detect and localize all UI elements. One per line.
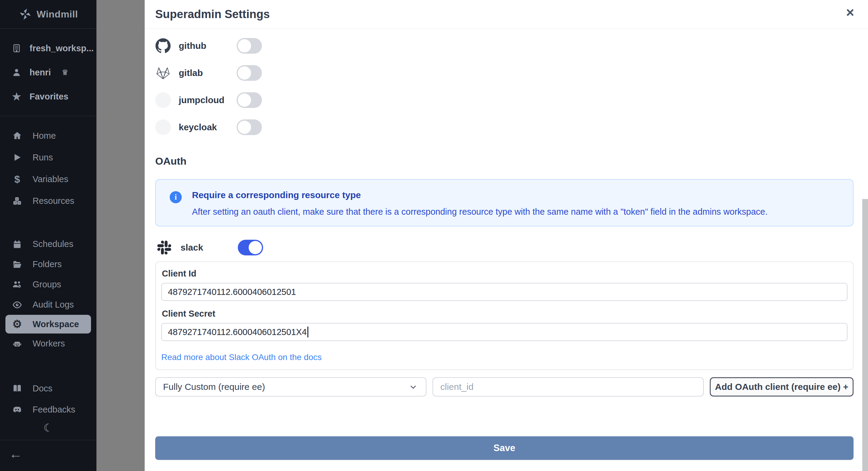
dollar-icon: $ [12, 174, 22, 184]
info-body: After setting an oauth client, make sure… [192, 207, 768, 217]
provider-row-github: github [155, 32, 854, 59]
text-cursor [307, 327, 308, 337]
github-toggle[interactable] [237, 38, 262, 54]
provider-label: jumpcloud [179, 95, 237, 105]
calendar-icon [12, 239, 22, 249]
page-title: Superadmin Settings [155, 8, 270, 21]
nav-label: Groups [33, 279, 61, 290]
sidebar-item-folders[interactable]: Folders [0, 254, 96, 274]
provider-label: github [179, 41, 237, 51]
sidebar-item-docs[interactable]: Docs [0, 378, 96, 399]
workspace-selector[interactable]: fresh_worksp... [0, 36, 96, 60]
nav-label: Variables [33, 174, 68, 184]
superadmin-settings-modal: Superadmin Settings × github [145, 0, 868, 471]
nav-label: Folders [33, 259, 62, 269]
gitlab-toggle[interactable] [237, 65, 262, 81]
info-banner: i Require a corresponding resource type … [155, 179, 854, 227]
discord-icon [12, 404, 22, 415]
info-icon: i [170, 191, 182, 203]
jumpcloud-icon [155, 92, 171, 108]
user-icon [11, 67, 22, 78]
nav-label: Workspace [33, 319, 79, 329]
vertical-scrollbar-thumb[interactable] [862, 199, 868, 471]
folder-icon [12, 259, 22, 270]
sidebar-item-resources[interactable]: Resources [0, 190, 96, 212]
oauth-client-type-select[interactable]: Fully Custom (require ee) [155, 377, 427, 396]
jumpcloud-toggle[interactable] [237, 92, 262, 108]
app-title: Windmill [36, 9, 78, 20]
keycloak-toggle[interactable] [237, 119, 262, 135]
provider-row-slack: slack [155, 238, 854, 257]
cubes-icon [12, 196, 22, 206]
slack-toggle[interactable] [238, 240, 263, 256]
info-title: Require a corresponding resource type [192, 190, 768, 200]
provider-label: gitlab [179, 68, 237, 78]
chevron-down-icon [409, 383, 417, 391]
close-icon[interactable]: × [846, 5, 854, 19]
building-icon [11, 43, 22, 53]
nav-label: Workers [33, 338, 65, 349]
sidebar-item-home[interactable]: Home [0, 125, 96, 147]
provider-label: keycloak [179, 122, 237, 133]
client-secret-input[interactable]: 4879271740112.6000406012501X4 [161, 323, 847, 341]
slack-client-card: Client Id Client Secret 4879271740112.60… [155, 261, 854, 370]
sidebar-divider [0, 116, 96, 116]
nav-label: Audit Logs [33, 300, 74, 310]
star-icon: ★ [11, 91, 22, 101]
app-logo[interactable]: Windmill [0, 0, 96, 29]
collapse-sidebar-button[interactable]: ← [9, 447, 22, 461]
gear-icon: ⚙ [12, 319, 22, 329]
save-button[interactable]: Save [155, 436, 854, 460]
provider-row-gitlab: gitlab [155, 59, 854, 87]
sidebar-item-workspace[interactable]: ⚙ Workspace [5, 315, 91, 333]
robot-icon [12, 338, 22, 349]
sidebar-item-favorites[interactable]: ★ Favorites [0, 84, 96, 109]
sidebar-item-groups[interactable]: Groups [0, 274, 96, 295]
superadmin-crown-icon: ♛ [62, 68, 68, 77]
sidebar-item-workers[interactable]: Workers [0, 333, 96, 354]
nav-label: Schedules [33, 239, 73, 249]
add-oauth-client-button[interactable]: Add OAuth client (require ee) + [710, 377, 854, 396]
provider-row-jumpcloud: jumpcloud [155, 87, 854, 114]
sidebar-item-audit-logs[interactable]: Audit Logs [0, 295, 96, 315]
sidebar: Windmill fresh_worksp... [0, 0, 96, 471]
provider-row-keycloak: keycloak [155, 114, 854, 141]
client-id-label: Client Id [161, 269, 847, 278]
oauth-section-heading: OAuth [155, 155, 854, 167]
nav-label: Feedbacks [33, 405, 75, 415]
nav-label: Docs [33, 384, 53, 393]
user-menu[interactable]: henri ♛ [0, 60, 96, 84]
nav-label: Home [33, 131, 56, 141]
slack-oauth-docs-link[interactable]: Read more about Slack OAuth on the docs [161, 353, 321, 362]
sidebar-item-schedules[interactable]: Schedules [0, 234, 96, 254]
book-icon [12, 383, 22, 393]
keycloak-icon [155, 119, 171, 135]
user-name: henri [30, 67, 51, 78]
selected-option: Fully Custom (require ee) [163, 382, 265, 392]
nav-label: Resources [33, 196, 74, 206]
slack-icon [157, 240, 172, 255]
favorites-label: Favorites [30, 92, 68, 101]
home-icon [12, 130, 22, 141]
sidebar-item-runs[interactable]: Runs [0, 147, 96, 168]
users-icon [12, 279, 22, 290]
custom-client-id-input[interactable] [433, 377, 704, 396]
dark-mode-toggle[interactable]: ☾ [43, 422, 53, 433]
client-id-input[interactable] [161, 283, 847, 301]
eye-icon [12, 300, 22, 310]
sidebar-item-feedbacks[interactable]: Feedbacks [0, 399, 96, 420]
gitlab-icon [155, 65, 171, 81]
workspace-name: fresh_worksp... [30, 43, 94, 53]
modal-backdrop[interactable] [96, 0, 145, 471]
windmill-logo-icon [19, 7, 32, 21]
provider-label: slack [181, 242, 238, 253]
nav-label: Runs [33, 153, 53, 163]
play-icon [12, 152, 22, 163]
sidebar-item-variables[interactable]: $ Variables [0, 168, 96, 190]
github-icon [155, 38, 171, 54]
client-secret-label: Client Secret [161, 309, 847, 319]
